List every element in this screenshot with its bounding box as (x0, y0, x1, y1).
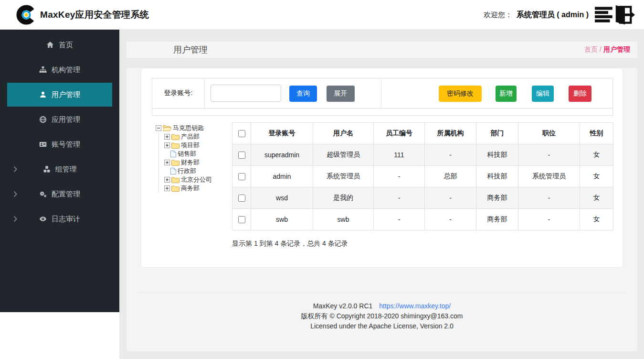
maxkey-logo-icon (16, 4, 39, 26)
tree-node[interactable]: 财务部 (164, 158, 230, 167)
sidebar-item-accounts[interactable]: 账号管理 (0, 132, 119, 157)
expand-plus-icon[interactable] (164, 134, 170, 140)
tree-node[interactable]: 商务部 (164, 184, 230, 193)
table-cell: 商务部 (476, 187, 518, 209)
expand-button[interactable]: 展开 (327, 86, 355, 102)
sidebar-item-apps[interactable]: 应用管理 (0, 107, 119, 132)
table-cell: swb (313, 209, 374, 230)
breadcrumb-home-link[interactable]: 首页 (584, 45, 598, 53)
query-button[interactable]: 查询 (289, 86, 317, 102)
tree-node-label[interactable]: 马克思钥匙 (173, 124, 204, 132)
brand: MaxKey应用安全管理系统 (16, 4, 149, 26)
sidebar-footer-space (0, 312, 119, 359)
login-account-input[interactable] (211, 85, 281, 102)
select-all-checkbox[interactable] (238, 130, 245, 137)
cubes-icon (43, 165, 51, 173)
file-icon (170, 151, 176, 157)
table-cell: 科技部 (476, 144, 518, 166)
tree-node-label[interactable]: 销售部 (178, 150, 196, 158)
footer-copyright: 版权所有 © Copyright 2018-2020 shimingxy@163… (127, 311, 637, 321)
table-cell: wsd (251, 187, 313, 209)
breadcrumb-separator: / (600, 45, 602, 53)
table-cell: superadmin (251, 144, 313, 166)
sidebar-item-users[interactable]: 用户管理 (7, 83, 112, 107)
tree-node-label[interactable]: 商务部 (181, 184, 200, 193)
column-header: 登录账号 (251, 123, 313, 144)
tree-node[interactable]: 项目部 (164, 141, 230, 150)
table-cell: - (518, 209, 580, 230)
globe-icon (39, 116, 47, 123)
sidebar-item-org[interactable]: 机构管理 (0, 57, 119, 82)
sidebar-item-audit[interactable]: 日志审计 (0, 207, 119, 231)
tree-node-label[interactable]: 财务部 (181, 158, 200, 167)
delete-button[interactable]: 删除 (569, 86, 591, 102)
table-row[interactable]: superadmin 超级管理员 111 - 科技部 - 女 (232, 144, 613, 166)
row-checkbox[interactable] (238, 216, 245, 223)
sidebar-item-label: 配置管理 (52, 190, 80, 199)
table-cell: 是我的 (313, 187, 374, 209)
sidebar-item-label: 机构管理 (52, 65, 80, 75)
tree-node[interactable]: 北京分公司 (164, 175, 230, 184)
table-cell: - (425, 209, 476, 230)
collapse-minus-icon[interactable] (156, 125, 161, 131)
sidebar-item-home[interactable]: 首页 (0, 33, 119, 57)
select-all-cell (232, 123, 251, 144)
table-row[interactable]: swb swb - - 商务部 - 女 (232, 209, 613, 230)
tree-node-root[interactable]: 马克思钥匙 (156, 124, 230, 132)
password-modify-button[interactable]: 密码修改 (439, 86, 482, 102)
table-header-row: 登录账号 用户名 员工编号 所属机构 部门 职位 性别 (232, 123, 613, 144)
row-checkbox[interactable] (238, 173, 245, 180)
column-header: 用户名 (313, 123, 374, 144)
breadcrumb: 首页/用户管理 (584, 45, 630, 54)
toolbar-strip (152, 109, 613, 116)
sidebar-item-groups[interactable]: 组管理 (0, 157, 119, 182)
row-select-cell (232, 166, 251, 187)
folder-icon (171, 177, 179, 183)
row-checkbox[interactable] (238, 152, 245, 159)
home-icon (46, 41, 54, 49)
expand-plus-icon[interactable] (164, 142, 170, 148)
expand-plus-icon[interactable] (164, 185, 170, 191)
column-header: 部门 (476, 123, 518, 144)
sidebar-item-label: 用户管理 (52, 90, 80, 99)
expand-plus-icon[interactable] (164, 160, 170, 165)
tree-node[interactable]: 行政部 (170, 167, 230, 175)
table-cell: 女 (580, 144, 613, 166)
folder-icon (171, 134, 179, 140)
folder-icon (171, 160, 179, 166)
chevron-right-icon (13, 191, 18, 197)
table-cell: - (518, 144, 580, 166)
table-row[interactable]: admin 系统管理员 - 总部 科技部 系统管理员 女 (232, 166, 613, 187)
tree-node-label[interactable]: 项目部 (181, 141, 200, 150)
column-header: 职位 (518, 123, 580, 144)
tree-node[interactable]: 销售部 (170, 150, 230, 158)
table-cell: 总部 (425, 166, 476, 187)
tree-node[interactable]: 产品部 (164, 132, 230, 141)
table-row[interactable]: wsd 是我的 - - 商务部 - 女 (232, 187, 613, 209)
org-tree: 马克思钥匙 产品部 项目部 销售部 (156, 124, 230, 193)
sidebar-item-config[interactable]: 配置管理 (0, 182, 119, 207)
expand-plus-icon[interactable] (164, 177, 170, 183)
add-button[interactable]: 新增 (496, 86, 517, 102)
footer-license: Licensed under the Apache License, Versi… (127, 321, 637, 331)
sitemap-icon (39, 66, 47, 74)
footer-link[interactable]: https://www.maxkey.top/ (379, 302, 451, 310)
tree-node-label[interactable]: 北京分公司 (181, 175, 212, 184)
chevron-right-icon (13, 216, 18, 222)
app-title: MaxKey应用安全管理系统 (40, 9, 149, 21)
content-panel: 登录账号: 查询 展开 密码修改 新增 编辑 删除 马克思钥匙 (127, 68, 637, 351)
chevron-right-icon (13, 166, 18, 173)
table-cell: admin (251, 166, 313, 187)
folder-icon (171, 185, 179, 192)
logout-icon[interactable] (594, 5, 635, 25)
user-icon (39, 91, 47, 98)
tree-node-label[interactable]: 行政部 (178, 167, 196, 175)
table-cell: - (374, 187, 425, 209)
edit-button[interactable]: 编辑 (532, 86, 554, 102)
tree-node-label[interactable]: 产品部 (181, 132, 200, 141)
content-card: 登录账号: 查询 展开 密码修改 新增 编辑 删除 马克思钥匙 (141, 68, 623, 268)
row-checkbox[interactable] (238, 195, 245, 202)
breadcrumb-current: 用户管理 (603, 45, 630, 53)
table-cell: 商务部 (476, 209, 518, 230)
table-cell: 女 (580, 187, 613, 209)
